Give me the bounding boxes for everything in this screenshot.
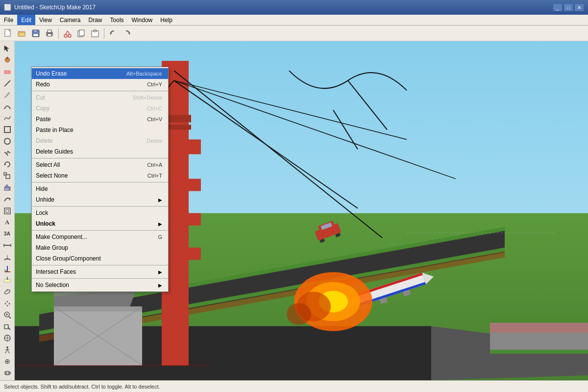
menu-close-group[interactable]: Close Group/Component	[32, 253, 168, 264]
menu-tools[interactable]: Tools	[106, 15, 128, 25]
svg-line-25	[4, 80, 10, 86]
toolbar	[0, 26, 588, 41]
tool-axes[interactable]	[1, 263, 13, 274]
svg-marker-20	[128, 33, 130, 35]
toolbar-open[interactable]	[16, 27, 28, 40]
svg-rect-85	[490, 319, 588, 323]
toolbar-cut[interactable]	[61, 27, 74, 40]
menubar: File Edit View Camera Draw Tools Window …	[0, 15, 588, 26]
menu-undo[interactable]: Undo Erase Alt+Backspace	[32, 68, 168, 79]
tool-shape[interactable]	[1, 124, 13, 135]
svg-marker-26	[4, 92, 10, 98]
menu-hide[interactable]: Hide	[32, 183, 168, 194]
menu-intersect-faces[interactable]: Intersect Faces ▶	[32, 266, 168, 277]
menu-copy-label: Copy	[36, 105, 137, 112]
tool-move[interactable]	[1, 148, 13, 158]
tool-3d-text[interactable]: 3A	[1, 229, 13, 239]
menu-delete-guides[interactable]: Delete Guides	[32, 146, 168, 157]
menu-make-component[interactable]: Make Component... G	[32, 232, 168, 242]
tool-arc[interactable]	[1, 101, 13, 112]
menu-delete[interactable]: Delete Delete	[32, 135, 168, 146]
svg-marker-21	[4, 46, 9, 52]
tool-follow-me[interactable]	[1, 194, 13, 205]
menu-edit[interactable]: Edit	[17, 15, 35, 25]
menu-select-none[interactable]: Select None Ctrl+T	[32, 170, 168, 181]
svg-rect-6	[34, 30, 37, 32]
edit-dropdown: Undo Erase Alt+Backspace Redo Ctrl+Y Cut…	[31, 67, 169, 292]
toolbar-save[interactable]	[29, 27, 42, 40]
tool-text[interactable]: A	[1, 217, 13, 228]
menu-select-all[interactable]: Select All Ctrl+A	[32, 159, 168, 170]
tool-paint[interactable]	[1, 55, 13, 66]
menu-hide-label: Hide	[36, 185, 162, 192]
tool-section-plane[interactable]	[1, 275, 13, 286]
main-layout: A 3A	[0, 41, 588, 380]
menu-unlock-label: Unlock	[36, 220, 158, 227]
tool-freehand[interactable]	[1, 113, 13, 124]
tool-protractor[interactable]	[1, 252, 13, 262]
tool-orbit[interactable]	[1, 287, 13, 297]
minimize-button[interactable]: _	[553, 3, 563, 11]
titlebar-title: Untitled - SketchUp Make 2017	[14, 4, 96, 11]
tool-eraser[interactable]	[1, 66, 13, 77]
svg-rect-9	[48, 30, 51, 32]
menu-no-selection-label: No Selection	[36, 282, 158, 288]
tool-position-camera[interactable]	[1, 368, 13, 379]
tool-circle[interactable]	[1, 136, 13, 147]
titlebar: ⬜ Untitled - SketchUp Make 2017 _ □ ✕	[0, 0, 588, 15]
tool-pencil[interactable]	[1, 90, 13, 101]
toolbar-paste[interactable]	[89, 27, 101, 40]
tool-select[interactable]	[1, 43, 13, 54]
close-button[interactable]: ✕	[574, 3, 584, 11]
tool-look-around[interactable]	[1, 356, 13, 367]
tool-rotate[interactable]	[1, 159, 13, 170]
toolbar-undo[interactable]	[107, 27, 120, 40]
menu-help[interactable]: Help	[156, 15, 176, 25]
menu-unhide[interactable]: Unhide ▶	[32, 194, 168, 205]
toolbar-new[interactable]	[2, 27, 15, 40]
tool-walk[interactable]	[1, 344, 13, 355]
tool-zoom[interactable]	[1, 310, 13, 320]
viewport[interactable]: Undo Erase Alt+Backspace Redo Ctrl+Y Cut…	[15, 41, 588, 380]
no-selection-arrow: ▶	[158, 283, 162, 288]
maximize-button[interactable]: □	[564, 3, 573, 11]
menu-redo[interactable]: Redo Ctrl+Y	[32, 79, 168, 90]
unlock-arrow: ▶	[158, 221, 162, 227]
svg-rect-10	[48, 34, 51, 36]
menu-copy-shortcut: Ctrl+C	[147, 105, 162, 111]
toolbar-redo[interactable]	[121, 27, 133, 40]
toolbar-sep2	[104, 28, 104, 39]
menu-unlock[interactable]: Unlock ▶	[32, 218, 168, 229]
menu-camera[interactable]: Camera	[56, 15, 85, 25]
tool-zoom-extents[interactable]	[1, 333, 13, 344]
menu-paste-in-place[interactable]: Paste in Place	[32, 125, 168, 135]
tool-scale[interactable]	[1, 171, 13, 182]
toolbar-sep1	[58, 28, 59, 39]
menu-close-group-label: Close Group/Component	[36, 255, 162, 262]
menu-draw[interactable]: Draw	[85, 15, 106, 25]
tool-tape[interactable]	[1, 78, 13, 89]
svg-rect-4	[18, 31, 21, 33]
menu-lock[interactable]: Lock	[32, 208, 168, 218]
svg-rect-7	[33, 34, 38, 36]
tool-zoom-window[interactable]	[1, 321, 13, 332]
svg-marker-56	[9, 303, 10, 305]
tool-measure[interactable]	[1, 240, 13, 251]
tool-offset[interactable]	[1, 206, 13, 216]
svg-rect-34	[4, 173, 6, 175]
menu-no-selection[interactable]: No Selection ▶	[32, 280, 168, 290]
menu-cut[interactable]: Cut Shift+Delete	[32, 92, 168, 103]
tool-push-pull[interactable]	[1, 183, 13, 193]
menu-paste[interactable]: Paste Ctrl+V	[32, 114, 168, 125]
menu-file[interactable]: File	[0, 15, 17, 25]
menu-view[interactable]: View	[35, 15, 56, 25]
toolbar-copy[interactable]	[75, 27, 88, 40]
menu-make-group[interactable]: Make Group	[32, 242, 168, 253]
tool-pan[interactable]	[1, 298, 13, 309]
menu-copy[interactable]: Copy Ctrl+C	[32, 103, 168, 114]
menu-window[interactable]: Window	[128, 15, 157, 25]
toolbar-print[interactable]	[43, 27, 56, 40]
svg-rect-39	[4, 208, 10, 214]
svg-rect-18	[94, 30, 97, 32]
svg-point-66	[6, 346, 8, 348]
